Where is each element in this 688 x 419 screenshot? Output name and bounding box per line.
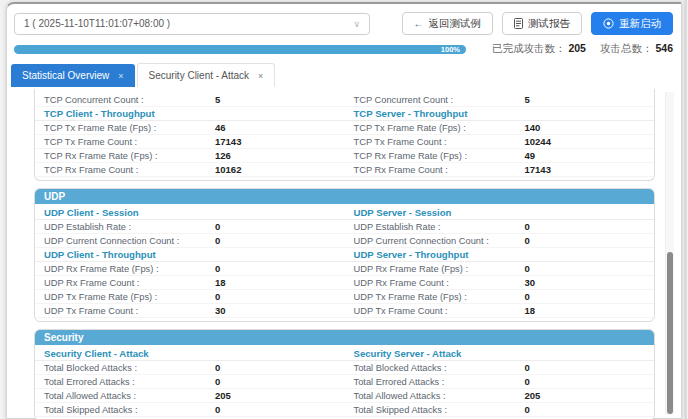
stat-subheader: TCP Server - Throughput [345, 107, 655, 121]
stat-subheader-label: UDP Server - Session [354, 207, 452, 218]
stat-label: TCP Tx Frame Count : [44, 137, 137, 147]
stat-row: UDP Establish Rate :0 [35, 220, 345, 234]
udp-client-column: UDP Client - Session UDP Establish Rate … [35, 206, 345, 318]
stat-subheader-label: Security Client - Attack [44, 348, 149, 359]
stat-subheader: UDP Server - Throughput [345, 248, 655, 262]
total-attacks: 攻击总数：546 [600, 42, 673, 56]
test-report-button[interactable]: 测试报告 [502, 12, 582, 35]
stat-value: 0 [525, 263, 530, 274]
stat-row: TCP Concurrent Count :5 [35, 93, 345, 107]
stat-value: 30 [215, 305, 226, 316]
tcp-client-column: TCP Concurrent Count :5 TCP Client - Thr… [35, 93, 345, 177]
stat-row: Total Blocked Attacks :0 [35, 361, 345, 375]
stat-label: TCP Rx Frame Count : [44, 165, 138, 175]
stat-row: UDP Tx Frame Count :30 [35, 304, 345, 318]
stat-row: UDP Tx Frame Count :18 [345, 304, 655, 318]
stat-label: Total Allowed Attacks : [44, 391, 136, 401]
stat-value: 0 [215, 263, 220, 274]
stat-label: UDP Rx Frame Count : [44, 278, 139, 288]
back-arrow-icon: ← [414, 19, 424, 29]
stat-row: Total Allowed Attacks :205 [345, 389, 655, 403]
stat-label: TCP Concurrent Count : [44, 95, 144, 105]
stat-row: TCP Rx Frame Rate (Fps) :49 [345, 149, 655, 163]
stat-value: 17143 [525, 164, 551, 175]
udp-section: UDP UDP Client - Session UDP Establish R… [34, 188, 655, 322]
stat-value: 0 [215, 235, 220, 246]
completed-attacks-value: 205 [568, 42, 586, 54]
progress-percent: 100% [441, 45, 460, 54]
stat-subheader: UDP Client - Session [35, 206, 345, 220]
restart-button[interactable]: 重新启动 [591, 12, 673, 35]
stat-row: TCP Rx Frame Count :17143 [345, 163, 655, 177]
stat-subheader-label: Security Server - Attack [354, 348, 462, 359]
tab-security-client-attack[interactable]: Security Client - Attack × [137, 63, 276, 87]
document-icon [514, 18, 523, 29]
stat-value: 0 [525, 362, 530, 373]
stat-row: TCP Concurrent Count :5 [345, 93, 655, 107]
stat-row: UDP Rx Frame Rate (Fps) :0 [35, 262, 345, 276]
stat-row: TCP Rx Frame Count :10162 [35, 163, 345, 177]
stat-label: Total Skipped Attacks : [44, 405, 138, 415]
stat-subheader-label: TCP Server - Throughput [354, 108, 468, 119]
stat-subheader: UDP Server - Session [345, 206, 655, 220]
stat-row: UDP Tx Frame Rate (Fps) :0 [345, 290, 655, 304]
stat-label: UDP Tx Frame Count : [354, 306, 448, 316]
security-section: Security Security Client - Attack Total … [34, 329, 655, 419]
chevron-down-icon: ∨ [353, 19, 360, 29]
tcp-server-column: TCP Concurrent Count :5 TCP Server - Thr… [345, 93, 655, 177]
stat-value: 5 [525, 94, 530, 105]
stat-value: 46 [215, 122, 226, 133]
total-attacks-value: 546 [655, 42, 673, 54]
stat-subheader: Security Client - Attack [35, 347, 345, 361]
stat-value: 18 [525, 305, 536, 316]
vertical-scrollbar-track[interactable] [665, 92, 674, 415]
stat-label: Total Errored Attacks : [354, 377, 445, 387]
progress-bar: 100% [14, 45, 466, 54]
back-to-testcase-button[interactable]: ← 返回测试例 [402, 12, 494, 35]
stat-row: Total Blocked Attacks :0 [345, 361, 655, 375]
restart-icon [603, 18, 614, 29]
stat-subheader-label: UDP Server - Throughput [354, 249, 469, 260]
stat-row: TCP Tx Frame Count :17143 [35, 135, 345, 149]
stat-value: 0 [525, 235, 530, 246]
stat-subheader: TCP Client - Throughput [35, 107, 345, 121]
stat-label: UDP Establish Rate : [354, 222, 441, 232]
stat-value: 49 [525, 150, 536, 161]
stat-value: 0 [525, 221, 530, 232]
stat-value: 140 [525, 122, 541, 133]
restart-button-label: 重新启动 [619, 17, 661, 31]
stat-value: 205 [525, 390, 541, 401]
toolbar-buttons: ← 返回测试例 测试报告 重新启动 [402, 12, 674, 35]
stat-row: UDP Establish Rate :0 [345, 220, 655, 234]
close-icon[interactable]: × [118, 71, 123, 81]
stat-value: 0 [525, 291, 530, 302]
tab-statistical-overview[interactable]: Statistical Overview × [11, 64, 135, 87]
stat-row: Total Errored Attacks :0 [35, 375, 345, 389]
stat-value: 205 [215, 390, 231, 401]
stat-row: UDP Current Connection Count :0 [35, 234, 345, 248]
stat-row: UDP Current Connection Count :0 [345, 234, 655, 248]
stat-label: TCP Rx Frame Rate (Fps) : [354, 151, 467, 161]
stat-row: Total Errored Attacks :0 [345, 375, 655, 389]
close-icon[interactable]: × [258, 71, 263, 81]
vertical-scrollbar-thumb[interactable] [667, 252, 673, 414]
stats-content: TCP Concurrent Count :5 TCP Client - Thr… [7, 87, 681, 419]
stat-label: TCP Tx Frame Rate (Fps) : [44, 123, 156, 133]
stat-label: Total Blocked Attacks : [354, 363, 447, 373]
stat-value: 126 [215, 150, 231, 161]
stat-row: UDP Rx Frame Rate (Fps) :0 [345, 262, 655, 276]
stat-row: TCP Tx Frame Count :10244 [345, 135, 655, 149]
tab-label: Security Client - Attack [149, 70, 250, 81]
stat-label: TCP Tx Frame Rate (Fps) : [354, 123, 466, 133]
stat-label: Total Allowed Attacks : [354, 391, 446, 401]
stat-label: UDP Establish Rate : [44, 222, 131, 232]
stat-value: 17143 [215, 136, 241, 147]
tab-bar: Statistical Overview × Security Client -… [7, 58, 681, 87]
iteration-select[interactable]: 1 ( 2025-11-10T11:01:07+08:00 ) ∨ [14, 13, 370, 35]
stat-label: UDP Tx Frame Count : [44, 306, 138, 316]
stat-row: Total Allowed Attacks :205 [35, 389, 345, 403]
toolbar: 1 ( 2025-11-10T11:01:07+08:00 ) ∨ ← 返回测试… [7, 4, 681, 38]
tab-label: Statistical Overview [22, 70, 109, 81]
stat-label: TCP Tx Frame Count : [354, 137, 447, 147]
stat-label: Total Blocked Attacks : [44, 363, 137, 373]
